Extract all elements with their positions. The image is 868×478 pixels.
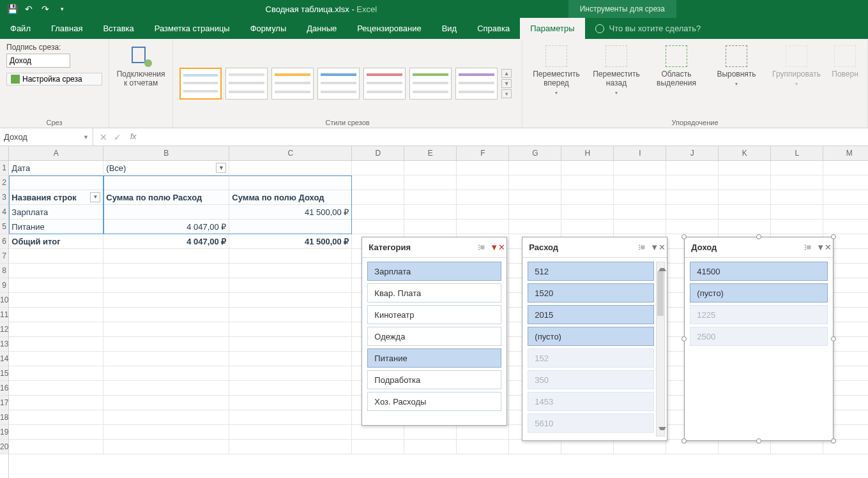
group-button[interactable]: Группировать▾ [769,43,824,117]
slicer-item[interactable]: Квар. Плата [367,283,501,302]
rotate-button[interactable]: Поверн [829,43,861,117]
cell[interactable] [404,220,457,234]
cell[interactable] [229,293,352,307]
cell[interactable] [229,278,352,292]
multiselect-icon[interactable]: ⁝≡ [476,243,486,253]
cell[interactable] [771,220,823,234]
cell[interactable] [352,176,404,190]
tab-разметка страницы[interactable]: Разметка страницы [144,18,240,39]
cell[interactable] [457,205,509,219]
cell[interactable] [9,352,103,366]
clear-filter-icon[interactable]: ▼✕ [816,243,826,253]
cell[interactable] [823,161,868,175]
col-header[interactable]: J [666,146,719,160]
report-connections-button[interactable]: Подключения к отчетам [114,43,169,117]
row-header[interactable]: 14 [0,352,8,366]
cell[interactable] [229,366,352,380]
cell[interactable] [823,176,868,190]
cell[interactable] [509,161,561,175]
cell[interactable] [614,205,666,219]
row-header[interactable]: 15 [0,366,8,381]
col-header[interactable]: I [614,146,666,160]
cell[interactable] [229,396,352,410]
cell[interactable] [457,190,509,204]
slicer-item[interactable]: Зарплата [367,262,501,281]
slicer-item[interactable]: 512 [528,262,654,281]
cell[interactable] [9,396,103,410]
row-header[interactable]: 8 [0,264,8,278]
slicer-style-thumb[interactable] [179,68,222,100]
tab-справка[interactable]: Справка [467,18,520,39]
cell[interactable] [229,337,352,351]
col-header[interactable]: F [457,146,509,160]
cell[interactable] [404,425,457,439]
cell[interactable]: Общий итог [9,234,103,248]
cell[interactable] [9,322,103,336]
cell[interactable] [457,440,509,454]
cell[interactable] [666,190,719,204]
cell[interactable] [103,396,229,410]
col-header[interactable]: A [9,146,103,160]
slicer-style-thumb[interactable] [455,68,498,100]
row-header[interactable]: 10 [0,293,8,308]
cell[interactable] [352,205,404,219]
cell[interactable] [9,337,103,351]
cell[interactable] [614,161,666,175]
cell[interactable] [719,176,771,190]
cell[interactable]: Дата [9,161,103,175]
cell[interactable] [404,176,457,190]
cell[interactable]: (Все)▼ [103,161,229,175]
cell[interactable] [771,440,823,454]
cell[interactable] [457,425,509,439]
dropdown-icon[interactable]: ▼ [216,163,226,173]
cell[interactable] [771,176,823,190]
align-button[interactable]: Выровнять▾ [709,43,764,117]
cell[interactable] [103,425,229,439]
slicer-item[interactable]: 350 [528,370,654,389]
cell[interactable] [229,322,352,336]
row-header[interactable]: 12 [0,322,8,337]
cell[interactable] [229,410,352,424]
col-header[interactable]: L [771,146,823,160]
cell[interactable] [823,220,868,234]
tab-вид[interactable]: Вид [432,18,468,39]
cell[interactable] [823,205,868,219]
cell[interactable] [9,308,103,322]
save-icon[interactable]: 💾 [6,3,18,15]
slicer-item[interactable]: 1453 [528,392,654,411]
slicer-settings-button[interactable]: Настройка среза [6,73,102,86]
cell[interactable] [561,176,614,190]
slicer-item[interactable]: (пусто) [528,327,654,346]
cell[interactable]: 41 500,00 ₽ [229,205,352,219]
cell[interactable] [666,176,719,190]
col-header[interactable]: D [352,146,404,160]
slicer-item[interactable]: 5610 [528,414,654,433]
row-header[interactable]: 16 [0,381,8,396]
col-header[interactable]: G [509,146,561,160]
cell[interactable] [9,278,103,292]
cell[interactable] [823,190,868,204]
cell[interactable] [9,249,103,263]
cell[interactable] [561,190,614,204]
cell[interactable] [666,440,719,454]
cell[interactable] [9,176,103,190]
cell[interactable] [771,190,823,204]
cell[interactable] [561,205,614,219]
cell[interactable] [404,161,457,175]
cell[interactable] [561,440,614,454]
cell[interactable] [352,220,404,234]
cell[interactable] [509,220,561,234]
cell[interactable] [457,176,509,190]
cell[interactable] [9,381,103,395]
cell[interactable] [9,410,103,424]
cell[interactable] [103,293,229,307]
slicer-item[interactable]: Питание [367,348,501,368]
name-box[interactable]: Доход▼ [0,128,93,146]
filter-icon[interactable]: ▼ [90,192,100,202]
cell[interactable] [352,190,404,204]
cell[interactable] [823,440,868,454]
cell[interactable]: 4 047,00 ₽ [103,234,229,248]
cell[interactable] [352,425,404,439]
tab-главная[interactable]: Главная [41,18,93,39]
enter-icon[interactable]: ✓ [114,132,121,142]
